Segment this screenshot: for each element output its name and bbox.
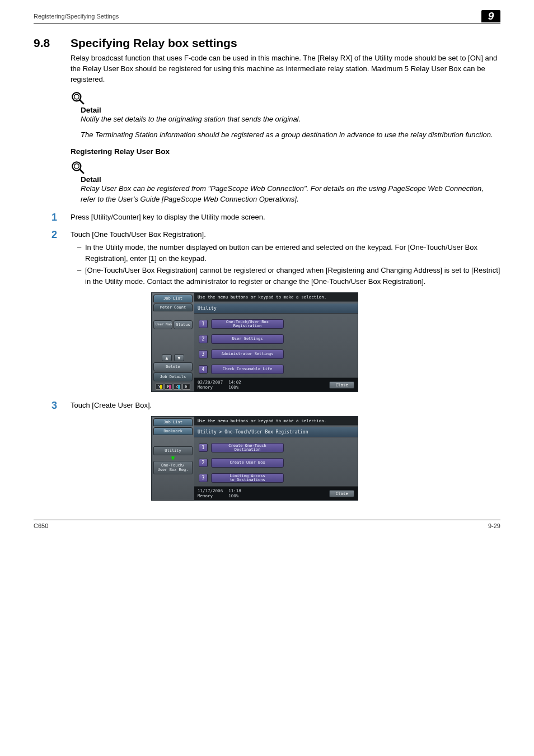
svg-point-3 [72,162,81,170]
step-1: 1 Press [Utility/Counter] key to display… [34,212,500,223]
scroll-down-button[interactable]: ▼ [174,354,184,361]
section-title: Specifying Relay box settings [71,36,237,50]
step-number: 3 [34,400,71,412]
status-button[interactable]: Status [174,320,193,329]
svg-point-1 [74,94,79,99]
toner-k: K [182,384,190,390]
scroll-up-button[interactable]: ▲ [162,354,172,361]
menu-number: 1 [199,320,208,328]
sub-heading: Registering Relay User Box [71,147,500,156]
tree-utility[interactable]: Utility [153,446,193,455]
status-time: 11:18 [228,488,241,493]
toner-levels: Y M C K [153,382,193,390]
step-text: Touch [One Touch/User Box Registration]. [71,229,500,240]
toner-y: Y [156,384,163,390]
menu-number: 2 [199,459,208,467]
tree-one-touch[interactable]: One-Touch/ User Box Reg. [153,461,193,474]
menu-number: 1 [199,444,208,452]
status-time: 14:02 [228,380,241,385]
bullet-text: In the Utility mode, the number displaye… [85,242,500,264]
menu-admin-settings[interactable]: Administrator Settings [211,349,284,359]
machine-screenshot-2: Job List Bookmark Utility ▼ One-Touch/ U… [151,416,358,501]
menu-number: 3 [199,350,208,358]
status-memory-label: Memory [198,385,223,390]
svg-point-0 [72,92,81,101]
toner-m: M [165,384,172,390]
section-heading: 9.8 Specifying Relay box settings [34,36,500,50]
tree-arrow-icon: ▼ [153,456,193,460]
page-footer: C650 9-29 [34,520,500,529]
menu-user-settings[interactable]: User Settings [211,334,284,344]
status-memory-label: Memory [198,493,223,498]
tab-job-list[interactable]: Job List [153,418,193,426]
svg-line-2 [79,100,84,104]
step-2: 2 Touch [One Touch/User Box Registration… [34,229,500,288]
detail-heading: Detail [81,106,500,114]
step-3: 3 Touch [Create User Box]. [34,400,500,412]
menu-one-touch-registration[interactable]: One-Touch/User Box Registration [211,319,284,329]
menu-limiting-access[interactable]: Limiting Access to Destinations [211,473,284,483]
footer-page: 9-29 [488,522,500,529]
status-date: 11/17/2006 [198,488,223,493]
detail-block-2: Detail Relay User Box can be registered … [71,160,500,205]
tab-bookmark[interactable]: Bookmark [153,427,193,435]
instruction-text: Use the menu buttons or keypad to make a… [194,417,358,426]
tab-meter-count[interactable]: Meter Count [153,304,193,311]
menu-number: 4 [199,365,208,374]
detail-text: Relay User Box can be registered from "P… [81,184,500,205]
magnifier-icon [71,160,85,175]
close-button[interactable]: Close [329,490,354,497]
detail-text: The Terminating Station information shou… [81,130,500,141]
detail-block-1: Detail Notify the set details to the ori… [71,91,500,141]
detail-text: Notify the set details to the originatin… [81,114,500,125]
bullet-text: [One-Touch/User Box Registration] cannot… [85,265,500,287]
instruction-text: Use the menu buttons or keypad to make a… [194,293,358,302]
chapter-badge: 9 [481,10,500,22]
menu-check-consumable[interactable]: Check Consumable Life [211,365,284,374]
section-number: 9.8 [34,36,71,50]
bullet-dash: – [71,242,85,264]
svg-point-4 [74,164,79,169]
menu-number: 2 [199,335,208,343]
close-button[interactable]: Close [329,381,354,389]
user-name-label: User Name [153,320,172,329]
step-text: Press [Utility/Counter] key to display t… [71,212,500,223]
page-header: Registering/Specifying Settings 9 [34,10,500,24]
detail-heading: Detail [81,175,500,184]
status-memory-value: 100% [228,493,241,498]
step-number: 1 [34,212,71,223]
section-intro: Relay broadcast function that uses F-cod… [71,53,500,85]
job-details-button[interactable]: Job Details [153,372,193,381]
breadcrumb: Utility > One-Touch/User Box Registratio… [194,427,358,437]
menu-create-one-touch[interactable]: Create One-Touch Destination [211,443,284,452]
tab-job-list[interactable]: Job List [153,295,193,302]
step-text: Touch [Create User Box]. [71,400,500,412]
status-memory-value: 100% [228,385,241,390]
delete-button[interactable]: Delete [153,362,193,371]
menu-create-user-box[interactable]: Create User Box [211,458,284,468]
toner-c: C [174,384,181,390]
machine-screenshot-1: Job List Meter Count User Name Status ▲ … [151,292,358,392]
menu-number: 3 [199,474,208,482]
bullet-dash: – [71,265,85,287]
svg-line-5 [79,169,84,174]
footer-model: C650 [34,522,48,529]
breadcrumb: Utility [194,304,358,314]
step-number: 2 [34,229,71,288]
status-date: 02/20/2007 [198,380,223,385]
running-title: Registering/Specifying Settings [34,13,119,20]
magnifier-icon [71,91,85,105]
